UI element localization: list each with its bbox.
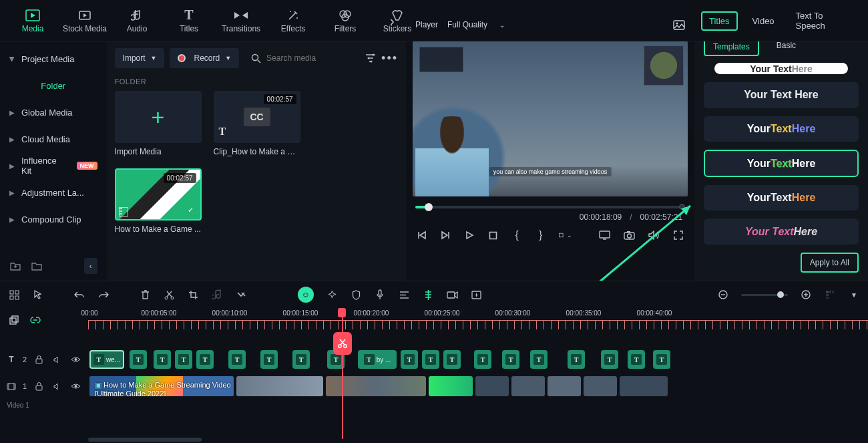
track-lock-icon[interactable]	[33, 380, 45, 392]
sidebar-compound-clip[interactable]: ▶Compound Clip	[0, 206, 107, 233]
track-visible-icon[interactable]	[70, 380, 81, 392]
ratio-icon[interactable]: ⌄	[559, 229, 572, 242]
track-mute-icon[interactable]	[51, 353, 63, 365]
tab-effects[interactable]: Effects	[270, 2, 316, 39]
title-template-3[interactable]: Your Text Here	[704, 116, 859, 142]
import-dropdown[interactable]: Import▼	[115, 48, 165, 68]
play-icon[interactable]	[464, 229, 475, 242]
title-clip[interactable]: T	[474, 350, 491, 369]
video-clip[interactable]	[584, 376, 617, 396]
media-item-video[interactable]: 00:02:57 ✓ How to Make a Game ...	[115, 168, 202, 234]
title-clip[interactable]: T	[260, 350, 278, 369]
title-clip[interactable]: T	[601, 350, 618, 369]
folder-icon[interactable]	[31, 260, 43, 272]
mark-in-icon[interactable]: {	[511, 229, 522, 242]
zoom-in-icon[interactable]	[800, 289, 812, 301]
view-grid-icon[interactable]	[824, 289, 836, 301]
tab-transitions[interactable]: Transitions	[218, 2, 264, 39]
timeline-scrollbar[interactable]	[88, 438, 860, 442]
next-frame-icon[interactable]	[441, 229, 451, 242]
nest-icon[interactable]	[8, 314, 20, 326]
fullscreen-icon[interactable]	[673, 229, 684, 242]
new-folder-icon[interactable]	[9, 260, 21, 272]
ai-avatar-icon[interactable]: ☺	[298, 287, 314, 303]
title-template-2[interactable]: Your Text Here	[704, 82, 859, 108]
tab-media[interactable]: Media	[9, 2, 56, 39]
playhead[interactable]	[342, 308, 343, 439]
tab-stock-media[interactable]: Stock Media	[61, 2, 108, 39]
panel-tab-video[interactable]: Video	[746, 13, 781, 29]
search-input[interactable]	[266, 53, 353, 63]
more-icon[interactable]: •••	[381, 51, 398, 65]
crop-icon[interactable]	[187, 289, 199, 301]
quality-dropdown[interactable]: Full Quality⌄	[447, 20, 505, 29]
video-clip[interactable]	[548, 376, 581, 396]
title-template-4-selected[interactable]: Your Text Here	[704, 150, 859, 176]
video-clip[interactable]	[475, 376, 509, 396]
stop-icon[interactable]	[488, 229, 499, 242]
sidebar-adjustment-layer[interactable]: ▶Adjustment La...	[0, 179, 107, 206]
scrub-thumb[interactable]	[425, 203, 433, 211]
player-viewport[interactable]: you can also make game streaming videos	[413, 41, 688, 196]
playhead-scissors-icon[interactable]	[333, 332, 352, 355]
panel-tab-titles[interactable]: Titles	[701, 11, 738, 31]
volume-icon[interactable]	[648, 229, 660, 242]
title-clip[interactable]: T	[175, 350, 192, 369]
sidebar-folder[interactable]: Folder	[0, 72, 107, 99]
zoom-slider[interactable]	[741, 294, 788, 296]
collapse-sidebar-icon[interactable]: ‹	[84, 258, 97, 274]
title-clip[interactable]: T	[422, 350, 439, 369]
video-clip[interactable]	[236, 376, 323, 396]
sidebar-influence-kit[interactable]: ▶Influence KitNEW	[0, 152, 107, 179]
sidebar-cloud-media[interactable]: ▶Cloud Media	[0, 126, 107, 152]
track-lock-icon[interactable]	[33, 353, 45, 365]
title-clip[interactable]: T	[292, 350, 310, 369]
record-track-icon[interactable]	[446, 289, 458, 301]
snapshot-icon[interactable]	[673, 20, 685, 30]
title-template-1[interactable]: Your Text Here	[714, 63, 848, 74]
timeline-ruler[interactable]: 00:00 00:00:05:00 00:00:10:00 00:00:15:0…	[88, 308, 868, 332]
title-template-6[interactable]: Your Text Here	[704, 218, 859, 245]
align-icon[interactable]	[398, 289, 410, 301]
mark-out-icon[interactable]: }	[535, 229, 546, 242]
track-mute-icon[interactable]	[51, 380, 63, 392]
camera-icon[interactable]	[624, 229, 635, 242]
title-clip[interactable]: T	[628, 350, 645, 369]
tab-audio[interactable]: Audio	[114, 2, 160, 39]
display-icon[interactable]	[599, 229, 610, 242]
video-clip[interactable]	[511, 376, 545, 396]
video-clip[interactable]	[429, 376, 473, 396]
keyframe-add-icon[interactable]	[470, 289, 482, 301]
layout-icon[interactable]	[8, 289, 20, 301]
prev-frame-icon[interactable]	[417, 229, 427, 242]
shield-icon[interactable]	[350, 289, 362, 301]
tab-titles[interactable]: T Titles	[166, 2, 212, 39]
more-tools-icon[interactable]	[235, 289, 247, 301]
music-note-icon[interactable]	[211, 289, 223, 301]
title-clip[interactable]: Tby ...	[358, 350, 397, 369]
cursor-icon[interactable]	[32, 289, 44, 301]
view-caret-icon[interactable]: ▼	[848, 289, 860, 301]
split-icon[interactable]	[163, 289, 175, 301]
panel-tab-tts[interactable]: Text To Speech	[789, 7, 859, 34]
sidebar-project-media[interactable]: ▶Project Media	[0, 45, 107, 72]
tab-filters[interactable]: Filters	[322, 2, 369, 39]
media-item-cc[interactable]: 00:02:57 CC T Clip_How to Make a G...	[214, 91, 300, 156]
track-visible-icon[interactable]	[70, 353, 81, 365]
video-clip[interactable]	[326, 376, 426, 396]
title-clip[interactable]: T	[568, 350, 585, 369]
title-clip[interactable]: T	[130, 350, 147, 369]
title-clip[interactable]: T	[502, 350, 519, 369]
record-dropdown[interactable]: Record▼	[170, 48, 239, 68]
filter-icon[interactable]	[365, 53, 376, 63]
video-clip[interactable]: ▣ How to Make a Game Streaming Video [Ul…	[89, 376, 234, 396]
marker-icon[interactable]	[422, 289, 434, 301]
scrub-bar[interactable]	[415, 206, 685, 208]
title-clip[interactable]: T	[530, 350, 548, 369]
delete-icon[interactable]	[139, 289, 151, 301]
tabs-next-icon[interactable]: ›	[390, 13, 395, 29]
apply-to-all-button[interactable]: Apply to All	[801, 253, 859, 273]
undo-icon[interactable]	[73, 289, 85, 301]
import-media-tile[interactable]: + Import Media	[115, 91, 202, 156]
title-clip[interactable]: T	[154, 350, 171, 369]
